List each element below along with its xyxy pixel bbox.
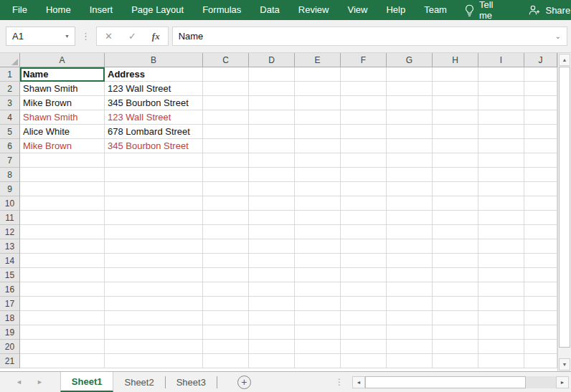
row-header-17[interactable]: 17	[0, 297, 20, 311]
cell-A18[interactable]	[20, 311, 105, 325]
cell-C7[interactable]	[203, 153, 249, 168]
cell-J10[interactable]	[524, 196, 557, 211]
sheet-tab-sheet3[interactable]: Sheet3	[166, 372, 217, 392]
cell-I18[interactable]	[478, 311, 524, 325]
cell-H13[interactable]	[433, 239, 478, 254]
cell-J11[interactable]	[524, 211, 557, 225]
cell-D12[interactable]	[249, 225, 295, 239]
cell-E18[interactable]	[295, 311, 341, 325]
cell-E21[interactable]	[295, 354, 341, 368]
cell-H15[interactable]	[433, 268, 478, 282]
cell-D4[interactable]	[249, 110, 295, 125]
row-header-5[interactable]: 5	[0, 125, 20, 139]
cell-C5[interactable]	[203, 125, 249, 139]
ribbon-tab-insert[interactable]: Insert	[80, 0, 123, 20]
cell-C13[interactable]	[203, 239, 249, 254]
cell-I21[interactable]	[478, 354, 524, 368]
cell-E5[interactable]	[295, 125, 341, 139]
cell-G3[interactable]	[387, 96, 433, 110]
cell-G15[interactable]	[387, 268, 433, 282]
cell-F21[interactable]	[341, 354, 387, 368]
cell-E4[interactable]	[295, 110, 341, 125]
cell-G6[interactable]	[387, 139, 433, 153]
cell-F1[interactable]	[341, 67, 387, 82]
cell-I12[interactable]	[478, 225, 524, 239]
cell-I3[interactable]	[478, 96, 524, 110]
column-header-F[interactable]: F	[341, 53, 387, 67]
cell-I6[interactable]	[478, 139, 524, 153]
cell-E10[interactable]	[295, 196, 341, 211]
cell-C10[interactable]	[203, 196, 249, 211]
cell-C12[interactable]	[203, 225, 249, 239]
cell-F2[interactable]	[341, 82, 387, 96]
cell-F7[interactable]	[341, 153, 387, 168]
cell-F12[interactable]	[341, 225, 387, 239]
cell-F8[interactable]	[341, 168, 387, 182]
cell-F4[interactable]	[341, 110, 387, 125]
cell-G12[interactable]	[387, 225, 433, 239]
cell-E15[interactable]	[295, 268, 341, 282]
cell-B3[interactable]: 345 Bourbon Street	[105, 96, 203, 110]
cell-D15[interactable]	[249, 268, 295, 282]
insert-function-button[interactable]: fx	[144, 31, 168, 42]
cell-G2[interactable]	[387, 82, 433, 96]
row-header-9[interactable]: 9	[0, 182, 20, 196]
ribbon-tab-formulas[interactable]: Formulas	[193, 0, 250, 20]
cell-C17[interactable]	[203, 297, 249, 311]
cell-B10[interactable]	[105, 196, 203, 211]
cell-H20[interactable]	[433, 340, 478, 354]
cell-A5[interactable]: Alice White	[20, 125, 105, 139]
cell-F5[interactable]	[341, 125, 387, 139]
cell-G8[interactable]	[387, 168, 433, 182]
scroll-right-icon[interactable]: ►	[556, 376, 569, 388]
cell-B9[interactable]	[105, 182, 203, 196]
cell-H4[interactable]	[433, 110, 478, 125]
cell-J19[interactable]	[524, 325, 557, 340]
cell-B4[interactable]: 123 Wall Street	[105, 110, 203, 125]
cell-G19[interactable]	[387, 325, 433, 340]
column-header-H[interactable]: H	[433, 53, 478, 67]
cell-B7[interactable]	[105, 153, 203, 168]
cell-H7[interactable]	[433, 153, 478, 168]
row-header-8[interactable]: 8	[0, 168, 20, 182]
cell-D20[interactable]	[249, 340, 295, 354]
cell-J2[interactable]	[524, 82, 557, 96]
cell-A3[interactable]: Mike Brown	[20, 96, 105, 110]
cell-A15[interactable]	[20, 268, 105, 282]
ribbon-tab-home[interactable]: Home	[37, 0, 80, 20]
cell-B20[interactable]	[105, 340, 203, 354]
cell-J17[interactable]	[524, 297, 557, 311]
share-button[interactable]: Share	[520, 5, 571, 16]
vertical-scroll-track[interactable]	[558, 348, 571, 358]
cell-E3[interactable]	[295, 96, 341, 110]
cell-B8[interactable]	[105, 168, 203, 182]
column-header-E[interactable]: E	[295, 53, 341, 67]
cell-F6[interactable]	[341, 139, 387, 153]
cell-I17[interactable]	[478, 297, 524, 311]
cell-H3[interactable]	[433, 96, 478, 110]
cell-F9[interactable]	[341, 182, 387, 196]
cell-H14[interactable]	[433, 254, 478, 268]
cell-C14[interactable]	[203, 254, 249, 268]
column-header-G[interactable]: G	[387, 53, 433, 67]
cell-E6[interactable]	[295, 139, 341, 153]
cell-E2[interactable]	[295, 82, 341, 96]
horizontal-scrollbar[interactable]: ◄ ►	[352, 376, 569, 388]
row-header-15[interactable]: 15	[0, 268, 20, 282]
cell-I10[interactable]	[478, 196, 524, 211]
cell-F11[interactable]	[341, 211, 387, 225]
cell-D21[interactable]	[249, 354, 295, 368]
cell-H9[interactable]	[433, 182, 478, 196]
cell-B14[interactable]	[105, 254, 203, 268]
column-header-I[interactable]: I	[478, 53, 524, 67]
cell-E20[interactable]	[295, 340, 341, 354]
cell-G17[interactable]	[387, 297, 433, 311]
cell-A9[interactable]	[20, 182, 105, 196]
cell-C11[interactable]	[203, 211, 249, 225]
row-header-10[interactable]: 10	[0, 196, 20, 211]
row-header-20[interactable]: 20	[0, 340, 20, 354]
cell-C8[interactable]	[203, 168, 249, 182]
cell-A19[interactable]	[20, 325, 105, 340]
cell-C21[interactable]	[203, 354, 249, 368]
cell-C6[interactable]	[203, 139, 249, 153]
